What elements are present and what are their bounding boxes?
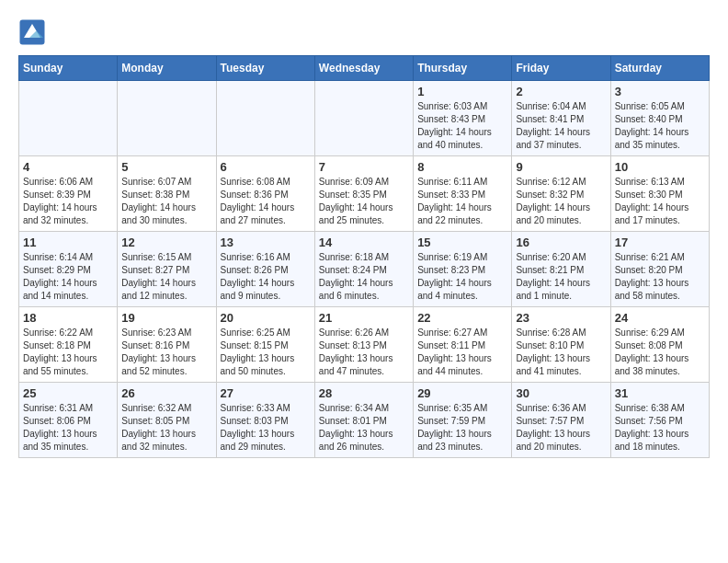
weekday-header: Saturday	[610, 56, 709, 81]
weekday-header-row: SundayMondayTuesdayWednesdayThursdayFrid…	[19, 56, 710, 81]
calendar-cell: 26Sunrise: 6:32 AM Sunset: 8:05 PM Dayli…	[118, 383, 216, 458]
day-info: Sunrise: 6:16 AM Sunset: 8:26 PM Dayligh…	[221, 251, 311, 303]
calendar-cell: 15Sunrise: 6:19 AM Sunset: 8:23 PM Dayli…	[414, 232, 512, 307]
calendar-cell: 5Sunrise: 6:07 AM Sunset: 8:38 PM Daylig…	[118, 156, 216, 232]
calendar-cell: 12Sunrise: 6:15 AM Sunset: 8:27 PM Dayli…	[118, 232, 216, 307]
calendar-week-row: 4Sunrise: 6:06 AM Sunset: 8:39 PM Daylig…	[19, 156, 710, 232]
day-number: 29	[417, 386, 507, 400]
weekday-header: Tuesday	[216, 56, 314, 81]
calendar-cell: 9Sunrise: 6:12 AM Sunset: 8:32 PM Daylig…	[512, 156, 610, 232]
calendar-week-row: 18Sunrise: 6:22 AM Sunset: 8:18 PM Dayli…	[19, 307, 710, 383]
calendar-week-row: 1Sunrise: 6:03 AM Sunset: 8:43 PM Daylig…	[19, 81, 710, 156]
day-number: 15	[417, 236, 507, 249]
day-number: 23	[516, 311, 606, 325]
day-number: 7	[319, 160, 409, 174]
day-info: Sunrise: 6:35 AM Sunset: 7:59 PM Dayligh…	[417, 402, 507, 454]
day-info: Sunrise: 6:26 AM Sunset: 8:13 PM Dayligh…	[319, 327, 409, 378]
calendar-cell: 22Sunrise: 6:27 AM Sunset: 8:11 PM Dayli…	[414, 307, 512, 383]
calendar-cell: 23Sunrise: 6:28 AM Sunset: 8:10 PM Dayli…	[512, 307, 610, 383]
calendar-cell	[19, 81, 118, 156]
day-info: Sunrise: 6:07 AM Sunset: 8:38 PM Dayligh…	[121, 176, 211, 227]
day-info: Sunrise: 6:31 AM Sunset: 8:06 PM Dayligh…	[23, 402, 113, 454]
day-info: Sunrise: 6:04 AM Sunset: 8:41 PM Dayligh…	[516, 100, 606, 152]
calendar-week-row: 11Sunrise: 6:14 AM Sunset: 8:29 PM Dayli…	[19, 232, 710, 307]
day-info: Sunrise: 6:18 AM Sunset: 8:24 PM Dayligh…	[319, 251, 409, 303]
day-number: 12	[121, 236, 211, 249]
calendar-cell: 25Sunrise: 6:31 AM Sunset: 8:06 PM Dayli…	[19, 383, 118, 458]
calendar-cell: 29Sunrise: 6:35 AM Sunset: 7:59 PM Dayli…	[414, 383, 512, 458]
day-number: 11	[23, 236, 113, 249]
day-info: Sunrise: 6:33 AM Sunset: 8:03 PM Dayligh…	[221, 402, 311, 454]
day-number: 1	[417, 85, 507, 98]
day-number: 27	[221, 386, 311, 400]
calendar-cell	[118, 81, 216, 156]
day-info: Sunrise: 6:08 AM Sunset: 8:36 PM Dayligh…	[221, 176, 311, 227]
weekday-header: Wednesday	[314, 56, 413, 81]
day-number: 31	[615, 386, 705, 400]
day-info: Sunrise: 6:23 AM Sunset: 8:16 PM Dayligh…	[121, 327, 211, 378]
day-number: 6	[221, 160, 311, 174]
calendar-cell: 8Sunrise: 6:11 AM Sunset: 8:33 PM Daylig…	[414, 156, 512, 232]
calendar-cell: 28Sunrise: 6:34 AM Sunset: 8:01 PM Dayli…	[314, 383, 413, 458]
day-info: Sunrise: 6:03 AM Sunset: 8:43 PM Dayligh…	[417, 100, 507, 152]
logo-icon	[18, 18, 46, 46]
day-number: 9	[516, 160, 606, 174]
calendar-cell: 20Sunrise: 6:25 AM Sunset: 8:15 PM Dayli…	[216, 307, 314, 383]
day-info: Sunrise: 6:32 AM Sunset: 8:05 PM Dayligh…	[121, 402, 211, 454]
day-info: Sunrise: 6:21 AM Sunset: 8:20 PM Dayligh…	[615, 251, 705, 303]
calendar-cell	[216, 81, 314, 156]
calendar-cell: 30Sunrise: 6:36 AM Sunset: 7:57 PM Dayli…	[512, 383, 610, 458]
day-number: 5	[121, 160, 211, 174]
calendar-cell: 13Sunrise: 6:16 AM Sunset: 8:26 PM Dayli…	[216, 232, 314, 307]
calendar-cell: 11Sunrise: 6:14 AM Sunset: 8:29 PM Dayli…	[19, 232, 118, 307]
day-info: Sunrise: 6:11 AM Sunset: 8:33 PM Dayligh…	[417, 176, 507, 227]
day-number: 10	[615, 160, 705, 174]
calendar-cell: 1Sunrise: 6:03 AM Sunset: 8:43 PM Daylig…	[414, 81, 512, 156]
day-number: 20	[221, 311, 311, 325]
day-number: 13	[221, 236, 311, 249]
day-info: Sunrise: 6:15 AM Sunset: 8:27 PM Dayligh…	[121, 251, 211, 303]
day-info: Sunrise: 6:22 AM Sunset: 8:18 PM Dayligh…	[23, 327, 113, 378]
day-info: Sunrise: 6:38 AM Sunset: 7:56 PM Dayligh…	[615, 402, 705, 454]
calendar-cell: 14Sunrise: 6:18 AM Sunset: 8:24 PM Dayli…	[314, 232, 413, 307]
day-info: Sunrise: 6:13 AM Sunset: 8:30 PM Dayligh…	[615, 176, 705, 227]
day-info: Sunrise: 6:34 AM Sunset: 8:01 PM Dayligh…	[319, 402, 409, 454]
day-info: Sunrise: 6:36 AM Sunset: 7:57 PM Dayligh…	[516, 402, 606, 454]
day-info: Sunrise: 6:29 AM Sunset: 8:08 PM Dayligh…	[615, 327, 705, 378]
calendar-cell: 10Sunrise: 6:13 AM Sunset: 8:30 PM Dayli…	[610, 156, 709, 232]
day-number: 8	[417, 160, 507, 174]
calendar-cell: 16Sunrise: 6:20 AM Sunset: 8:21 PM Dayli…	[512, 232, 610, 307]
calendar-table: SundayMondayTuesdayWednesdayThursdayFrid…	[18, 55, 710, 458]
logo	[18, 18, 50, 46]
calendar-cell: 4Sunrise: 6:06 AM Sunset: 8:39 PM Daylig…	[19, 156, 118, 232]
calendar-cell: 27Sunrise: 6:33 AM Sunset: 8:03 PM Dayli…	[216, 383, 314, 458]
day-info: Sunrise: 6:28 AM Sunset: 8:10 PM Dayligh…	[516, 327, 606, 378]
calendar-cell: 2Sunrise: 6:04 AM Sunset: 8:41 PM Daylig…	[512, 81, 610, 156]
calendar-cell: 21Sunrise: 6:26 AM Sunset: 8:13 PM Dayli…	[314, 307, 413, 383]
calendar-cell: 18Sunrise: 6:22 AM Sunset: 8:18 PM Dayli…	[19, 307, 118, 383]
day-info: Sunrise: 6:27 AM Sunset: 8:11 PM Dayligh…	[417, 327, 507, 378]
day-info: Sunrise: 6:20 AM Sunset: 8:21 PM Dayligh…	[516, 251, 606, 303]
page-header	[18, 18, 710, 46]
calendar-cell: 31Sunrise: 6:38 AM Sunset: 7:56 PM Dayli…	[610, 383, 709, 458]
calendar-cell: 24Sunrise: 6:29 AM Sunset: 8:08 PM Dayli…	[610, 307, 709, 383]
day-info: Sunrise: 6:09 AM Sunset: 8:35 PM Dayligh…	[319, 176, 409, 227]
weekday-header: Sunday	[19, 56, 118, 81]
calendar-week-row: 25Sunrise: 6:31 AM Sunset: 8:06 PM Dayli…	[19, 383, 710, 458]
day-number: 22	[417, 311, 507, 325]
day-number: 16	[516, 236, 606, 249]
day-number: 24	[615, 311, 705, 325]
day-info: Sunrise: 6:25 AM Sunset: 8:15 PM Dayligh…	[221, 327, 311, 378]
day-info: Sunrise: 6:12 AM Sunset: 8:32 PM Dayligh…	[516, 176, 606, 227]
calendar-cell: 3Sunrise: 6:05 AM Sunset: 8:40 PM Daylig…	[610, 81, 709, 156]
day-info: Sunrise: 6:14 AM Sunset: 8:29 PM Dayligh…	[23, 251, 113, 303]
day-number: 25	[23, 386, 113, 400]
day-number: 14	[319, 236, 409, 249]
calendar-cell: 7Sunrise: 6:09 AM Sunset: 8:35 PM Daylig…	[314, 156, 413, 232]
day-number: 3	[615, 85, 705, 98]
calendar-cell: 17Sunrise: 6:21 AM Sunset: 8:20 PM Dayli…	[610, 232, 709, 307]
calendar-cell: 6Sunrise: 6:08 AM Sunset: 8:36 PM Daylig…	[216, 156, 314, 232]
day-number: 30	[516, 386, 606, 400]
day-info: Sunrise: 6:06 AM Sunset: 8:39 PM Dayligh…	[23, 176, 113, 227]
day-number: 17	[615, 236, 705, 249]
